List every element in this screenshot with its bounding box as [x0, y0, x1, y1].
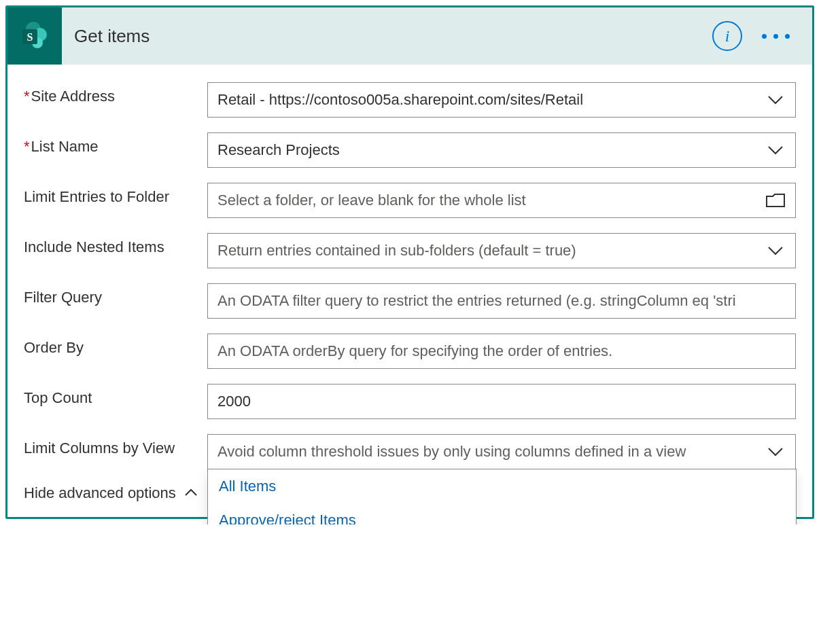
- limit-folder-input[interactable]: Select a folder, or leave blank for the …: [207, 183, 796, 218]
- folder-icon[interactable]: [765, 192, 786, 209]
- order-by-text-input[interactable]: [217, 342, 786, 360]
- field-row-list-name: *List Name Research Projects: [24, 132, 796, 168]
- limit-view-dropdown: All Items Approve/reject Items My submis…: [207, 469, 797, 524]
- chevron-up-icon: [184, 483, 198, 501]
- dropdown-item-approve-reject[interactable]: Approve/reject Items: [208, 503, 796, 524]
- top-count-input[interactable]: [207, 384, 796, 419]
- filter-text-input[interactable]: [217, 292, 786, 310]
- info-button[interactable]: i: [712, 21, 742, 51]
- limit-view-label: Limit Columns by View: [24, 434, 207, 457]
- field-row-site-address: *Site Address Retail - https://contoso00…: [24, 82, 796, 118]
- filter-label: Filter Query: [24, 283, 207, 306]
- limit-folder-label: Limit Entries to Folder: [24, 183, 207, 206]
- chevron-down-icon: [765, 145, 786, 155]
- chevron-down-icon: [765, 447, 786, 457]
- top-count-text-input[interactable]: [217, 393, 786, 410]
- top-count-label: Top Count: [24, 384, 207, 407]
- nested-select[interactable]: Return entries contained in sub-folders …: [207, 233, 796, 268]
- chevron-down-icon: [765, 246, 786, 255]
- svg-text:S: S: [27, 31, 33, 43]
- list-name-select[interactable]: Research Projects: [207, 132, 796, 168]
- limit-view-select[interactable]: Avoid column threshold issues by only us…: [207, 434, 796, 469]
- field-row-top-count: Top Count: [24, 384, 796, 419]
- card-title: Get items: [62, 26, 712, 47]
- site-address-select[interactable]: Retail - https://contoso005a.sharepoint.…: [207, 82, 796, 118]
- card-body: *Site Address Retail - https://contoso00…: [7, 65, 812, 480]
- dropdown-item-all-items[interactable]: All Items: [208, 469, 796, 503]
- site-address-label: *Site Address: [24, 82, 207, 105]
- filter-input[interactable]: [207, 283, 796, 319]
- field-row-limit-view: Limit Columns by View Avoid column thres…: [24, 434, 796, 469]
- field-row-limit-folder: Limit Entries to Folder Select a folder,…: [24, 183, 796, 218]
- card-header: S Get items i: [7, 7, 812, 65]
- action-card: S Get items i *Site Address Retail - htt…: [5, 5, 814, 519]
- sharepoint-icon: S: [7, 7, 62, 65]
- field-row-nested: Include Nested Items Return entries cont…: [24, 233, 796, 268]
- nested-label: Include Nested Items: [24, 233, 207, 256]
- order-by-label: Order By: [24, 334, 207, 357]
- field-row-filter: Filter Query: [24, 283, 796, 319]
- list-name-label: *List Name: [24, 132, 207, 156]
- more-menu-button[interactable]: [758, 34, 793, 39]
- chevron-down-icon: [765, 95, 786, 105]
- order-by-input[interactable]: [207, 334, 796, 369]
- field-row-order-by: Order By: [24, 334, 796, 369]
